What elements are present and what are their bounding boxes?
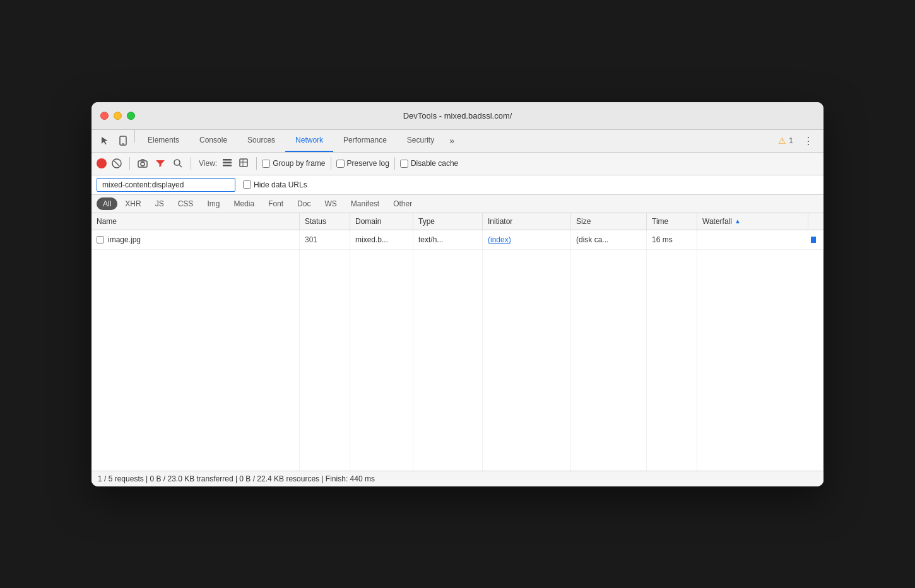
filter-bar: Hide data URLs [92,175,824,195]
empty-col-5 [483,250,571,471]
empty-col-3 [350,250,413,471]
header-sort [808,213,824,230]
cell-status: 301 [300,230,350,249]
tab-elements[interactable]: Elements [138,130,189,152]
list-view-icon [222,158,232,168]
divider-5 [331,157,331,170]
filter-tabs: All XHR JS CSS Img Media Font Doc WS Man… [92,195,824,213]
tab-performance[interactable]: Performance [333,130,397,152]
svg-rect-10 [223,165,232,167]
header-initiator[interactable]: Initiator [483,213,571,230]
empty-col-2 [300,250,350,471]
view-buttons [220,156,251,171]
tab-sources[interactable]: Sources [237,130,285,152]
disable-cache-label[interactable]: Disable cache [400,159,458,168]
svg-point-6 [174,160,180,165]
svg-rect-11 [240,159,247,167]
tab-console[interactable]: Console [189,130,237,152]
tab-network[interactable]: Network [285,130,333,152]
hide-data-urls-label[interactable]: Hide data URLs [243,180,307,189]
row-checkbox[interactable] [97,236,104,244]
titlebar: DevTools - mixed.badssl.com/ [92,102,824,130]
table-body: image.jpg 301 mixed.b... text/h... (inde… [92,230,824,471]
header-domain[interactable]: Domain [350,213,413,230]
search-button[interactable] [170,157,186,170]
maximize-button[interactable] [127,112,135,120]
minimize-button[interactable] [114,112,122,120]
filter-tab-media[interactable]: Media [227,197,261,210]
header-time[interactable]: Time [647,213,697,230]
cell-initiator[interactable]: (index) [483,230,571,249]
empty-col-6 [571,250,647,471]
empty-table-area [92,250,824,471]
sort-arrow-icon: ▲ [735,218,741,225]
header-type[interactable]: Type [413,213,483,230]
svg-line-3 [114,161,119,166]
preserve-log-checkbox[interactable] [336,160,345,168]
camera-icon [138,158,148,168]
filter-button[interactable] [153,157,168,170]
empty-col-7 [647,250,697,471]
filter-tab-font[interactable]: Font [262,197,290,210]
compact-view-button[interactable] [236,156,251,171]
record-button[interactable] [97,158,107,168]
filter-tab-js[interactable]: JS [149,197,170,210]
view-label: View: [199,159,217,168]
clear-icon [112,158,122,168]
clear-button[interactable] [109,157,124,170]
more-tabs-button[interactable]: » [444,130,459,152]
header-size[interactable]: Size [571,213,647,230]
divider-6 [394,157,395,170]
cell-domain: mixed.b... [350,230,413,249]
cell-size: (disk ca... [571,230,647,249]
svg-point-5 [141,162,145,166]
filter-tab-xhr[interactable]: XHR [119,197,147,210]
list-view-button[interactable] [220,156,235,171]
empty-col-1 [92,250,300,471]
network-toolbar: View: Group by frame [92,153,824,175]
cursor-icon [100,136,110,146]
header-status[interactable]: Status [300,213,350,230]
screenshot-button[interactable] [135,157,150,170]
close-button[interactable] [100,112,109,120]
group-by-frame-checkbox[interactable] [262,160,270,168]
filter-tab-css[interactable]: CSS [172,197,200,210]
warning-indicator[interactable]: ⚠ 1 [773,130,798,152]
cursor-tool-button[interactable] [97,130,114,152]
empty-col-4 [413,250,483,471]
divider-2 [129,157,130,170]
tab-security[interactable]: Security [397,130,444,152]
filter-tab-ws[interactable]: WS [318,197,343,210]
divider-3 [191,157,191,170]
device-tool-button[interactable] [114,130,132,152]
cell-waterfall [697,230,824,249]
filter-tab-doc[interactable]: Doc [291,197,317,210]
table-row[interactable]: image.jpg 301 mixed.b... text/h... (inde… [92,230,824,250]
warning-icon: ⚠ [778,136,786,146]
header-name[interactable]: Name [92,213,300,230]
traffic-lights [100,112,135,120]
svg-rect-8 [223,159,232,161]
empty-col-8 [697,250,823,471]
search-icon [173,158,183,168]
preserve-log-label[interactable]: Preserve log [336,159,389,168]
svg-line-7 [179,165,182,167]
svg-rect-9 [223,162,232,163]
filter-tab-other[interactable]: Other [387,197,418,210]
header-waterfall[interactable]: Waterfall ▲ [697,213,808,230]
disable-cache-checkbox[interactable] [400,160,408,168]
filter-tab-all[interactable]: All [97,197,117,210]
divider [134,130,135,143]
filter-tab-img[interactable]: Img [201,197,226,210]
waterfall-bar [811,237,816,243]
cell-time: 16 ms [647,230,697,249]
window-title: DevTools - mixed.badssl.com/ [403,111,512,121]
filter-tab-manifest[interactable]: Manifest [345,197,386,210]
divider-4 [256,157,257,170]
device-icon [118,136,128,146]
hide-data-urls-checkbox[interactable] [243,180,251,189]
group-by-frame-label[interactable]: Group by frame [262,159,325,168]
filter-icon [155,158,165,168]
devtools-menu-button[interactable]: ⋮ [798,130,818,152]
filter-input[interactable] [97,178,235,192]
